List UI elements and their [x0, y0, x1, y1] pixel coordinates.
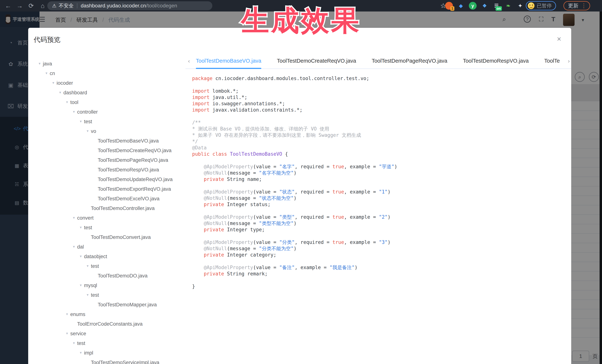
window-edge	[600, 11, 602, 364]
tree-label: service	[70, 331, 86, 337]
security-chip[interactable]: 不安全	[59, 2, 74, 9]
code-line: @NotNull(message = "类型不能为空")	[192, 220, 563, 227]
tree-file[interactable]: ToolTestDemoUpdateReqVO.java	[28, 175, 185, 184]
tree-label: test	[91, 292, 99, 298]
tree-folder[interactable]: ▼impl	[28, 348, 185, 358]
tree-folder[interactable]: ▼test	[28, 223, 185, 232]
tree-file[interactable]: ToolTestDemoCreateReqVO.java	[28, 146, 185, 155]
tree-file[interactable]: ToolTestDemoController.java	[28, 204, 185, 213]
caret-down-icon[interactable]: ▼	[72, 216, 77, 220]
tree-file[interactable]: ToolTestDemoPageReqVO.java	[28, 155, 185, 165]
green-y-extension-icon[interactable]: y	[469, 2, 477, 10]
tree-folder[interactable]: ▼dashboard	[28, 88, 185, 97]
tab-file-2[interactable]: ToolTestDemoPageReqVO.java	[372, 53, 447, 69]
caret-down-icon[interactable]: ▼	[65, 332, 70, 335]
tab-file-4[interactable]: ToolTe	[544, 53, 560, 69]
caret-down-icon[interactable]: ▼	[72, 245, 77, 249]
extension-icons: 1◆y❖☰on❧✦	[445, 1, 524, 10]
code-line: @Data	[192, 145, 563, 151]
tree-label: java	[43, 61, 52, 67]
paused-extension-pill[interactable]: 已暂停	[526, 1, 556, 10]
caret-down-icon[interactable]: ▼	[52, 81, 57, 85]
caret-down-icon[interactable]: ▼	[86, 264, 91, 268]
tree-label: iocoder	[57, 80, 73, 86]
tree-folder[interactable]: ▼test	[28, 117, 185, 126]
drop-extension-icon[interactable]: ◆	[457, 2, 465, 10]
tab-file-0[interactable]: ToolTestDemoBaseVO.java	[196, 53, 261, 69]
tree-label: convert	[77, 215, 94, 221]
tree-folder[interactable]: ▼dal	[28, 242, 185, 252]
tree-folder[interactable]: ▼controller	[28, 107, 185, 117]
tree-folder[interactable]: ▼vo	[28, 126, 185, 136]
tree-folder[interactable]: ▼test	[28, 338, 185, 348]
tree-folder[interactable]: ▼dataobject	[28, 252, 185, 261]
tree-file[interactable]: ToolTestDemoBaseVO.java	[28, 136, 185, 146]
tree-folder[interactable]: ▼tool	[28, 97, 185, 107]
code-line: import io.swagger.annotations.*;	[192, 100, 563, 107]
menu-dots-icon[interactable]: ⋮	[581, 4, 587, 8]
code-line: * 如果子 VO 存在差异的字段，请不要添加到这里，影响 Swagger 文档生…	[192, 132, 563, 138]
home-icon[interactable]: ⌂	[39, 2, 47, 10]
tree-folder[interactable]: ▼test	[28, 261, 185, 271]
tree-file[interactable]: ToolTestDemoRespVO.java	[28, 165, 185, 175]
ubuntu-extension-icon[interactable]: 1	[445, 2, 453, 10]
caret-down-icon[interactable]: ▼	[72, 110, 77, 114]
tree-file[interactable]: ToolTestDemoConvert.java	[28, 232, 185, 242]
caret-down-icon[interactable]: ▼	[38, 62, 43, 66]
caret-down-icon[interactable]: ▼	[79, 351, 84, 355]
code-line: private String name;	[192, 176, 563, 182]
tab-file-1[interactable]: ToolTestDemoCreateReqVO.java	[277, 53, 356, 69]
caret-down-icon[interactable]: ▼	[79, 226, 84, 229]
tree-folder[interactable]: ▼test	[28, 290, 185, 300]
caret-down-icon[interactable]: ▼	[86, 129, 91, 133]
tree-folder[interactable]: ▼java	[28, 59, 185, 69]
code-line: */	[192, 138, 563, 145]
close-icon[interactable]: ×	[557, 35, 561, 43]
back-icon[interactable]: ←	[4, 2, 12, 10]
tree-file[interactable]: ToolTestDemoDO.java	[28, 271, 185, 281]
extension-badge: 1	[450, 6, 454, 11]
code-line: @ApiModelProperty(value = "名字", required…	[192, 164, 563, 170]
diamond-grid-extension-icon[interactable]: ❖	[481, 2, 488, 10]
browser-update-button[interactable]: 更新 ⋮	[563, 1, 590, 10]
tree-file[interactable]: ToolErrorCodeConstants.java	[28, 319, 185, 329]
code-block[interactable]: package cn.iocoder.dashboard.modules.too…	[192, 75, 563, 290]
code-line: private Integer status;	[192, 201, 563, 208]
list-on-extension-icon[interactable]: ☰on	[493, 2, 500, 10]
caret-down-icon[interactable]: ▼	[86, 293, 91, 297]
tree-label: cn	[50, 71, 55, 76]
tree-folder[interactable]: ▼mysql	[28, 281, 185, 290]
tree-folder[interactable]: ▼iocoder	[28, 78, 185, 88]
tabs-scroll-right-icon[interactable]: ›	[568, 58, 570, 64]
caret-down-icon[interactable]: ▼	[72, 341, 77, 345]
tree-file[interactable]: ToolTestDemoMapper.java	[28, 300, 185, 310]
tree-folder[interactable]: ▼convert	[28, 213, 185, 223]
tab-file-3[interactable]: ToolTestDemoRespVO.java	[463, 53, 529, 69]
code-line: @ApiModelProperty(value = "状态", required…	[192, 189, 563, 195]
code-line: import java.util.*;	[192, 94, 563, 100]
caret-down-icon[interactable]: ▼	[65, 100, 70, 104]
caret-down-icon[interactable]: ▼	[65, 312, 70, 316]
caret-down-icon[interactable]: ▼	[79, 255, 84, 258]
tree-folder[interactable]: ▼enums	[28, 310, 185, 319]
tree-file[interactable]: ToolTestDemoExcelVO.java	[28, 194, 185, 204]
reload-icon[interactable]: ⟳	[27, 2, 35, 10]
caret-down-icon[interactable]: ▼	[79, 284, 84, 287]
tree-file[interactable]: ToolTestDemoExportReqVO.java	[28, 184, 185, 194]
caret-down-icon[interactable]: ▼	[59, 91, 64, 94]
warning-icon: ⚠	[52, 3, 56, 9]
tabs-scroll-left-icon[interactable]: ‹	[188, 58, 190, 64]
puzzle-extension-icon[interactable]: ✦	[516, 2, 524, 10]
address-bar[interactable]: ⚠ 不安全 dashboard.yudao.iocoder.cn/tool/co…	[47, 1, 212, 10]
tree-label: ToolTestDemoMapper.java	[98, 302, 157, 308]
forward-icon[interactable]: →	[16, 2, 24, 10]
file-tabs: ToolTestDemoBaseVO.javaToolTestDemoCreat…	[196, 53, 562, 69]
file-tabs-bar: ‹ › ToolTestDemoBaseVO.javaToolTestDemoC…	[185, 53, 571, 69]
caret-down-icon[interactable]: ▼	[79, 120, 84, 124]
tree-folder[interactable]: ▼cn	[28, 69, 185, 78]
caret-down-icon[interactable]: ▼	[45, 72, 50, 75]
sprout-extension-icon[interactable]: ❧	[505, 2, 512, 10]
tree-file[interactable]: ToolTestDemoServiceImpl.java	[28, 358, 185, 364]
code-line: import lombok.*;	[192, 88, 563, 94]
tree-folder[interactable]: ▼service	[28, 329, 185, 338]
